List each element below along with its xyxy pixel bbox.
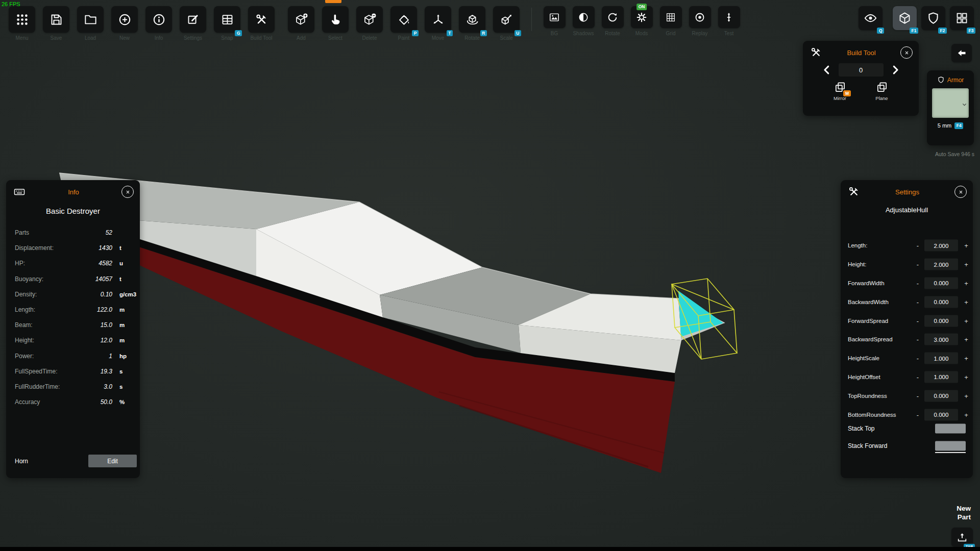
chevron-left-icon[interactable] xyxy=(821,64,832,76)
axes-icon[interactable]: T xyxy=(425,6,451,33)
gear-icon[interactable]: ON xyxy=(631,6,653,28)
decrement-button[interactable]: - xyxy=(914,373,921,381)
new-icon[interactable] xyxy=(111,6,138,33)
increment-button[interactable]: + xyxy=(963,261,970,268)
decrement-button[interactable]: - xyxy=(914,336,921,343)
toolbar-item-grid[interactable]: Grid xyxy=(659,6,682,36)
record-icon[interactable] xyxy=(689,6,711,28)
close-icon[interactable] xyxy=(121,186,134,198)
toolbar-item-settings[interactable]: Settings xyxy=(179,6,207,41)
decrement-button[interactable]: - xyxy=(914,411,921,418)
sphere-icon[interactable] xyxy=(573,6,595,28)
setting-value-field[interactable]: 1.000 xyxy=(924,353,958,364)
shield-icon[interactable]: F2 xyxy=(921,6,945,30)
toolbar-item-visibility[interactable]: Q xyxy=(859,6,883,30)
edit-icon[interactable] xyxy=(180,6,206,33)
info-icon[interactable] xyxy=(145,6,172,33)
menu-icon[interactable] xyxy=(9,6,35,33)
decrement-button[interactable]: - xyxy=(914,392,921,399)
toolbar-item-menu[interactable]: Menu xyxy=(8,6,36,41)
setting-value-field[interactable]: 3.000 xyxy=(924,334,958,345)
setting-value-field[interactable]: 2.000 xyxy=(924,240,958,252)
table-icon[interactable]: G xyxy=(214,6,240,33)
setting-value-field[interactable]: 0.000 xyxy=(924,296,958,308)
grid-icon[interactable] xyxy=(660,6,682,28)
setting-value-field[interactable]: 2.000 xyxy=(924,259,958,270)
edit-horn-button[interactable]: Edit xyxy=(88,455,137,467)
setting-value-field[interactable]: 0.000 xyxy=(924,315,958,327)
close-icon[interactable] xyxy=(954,186,967,198)
cube-scale-icon[interactable]: U xyxy=(493,6,520,33)
increment-button[interactable]: + xyxy=(963,355,970,362)
increment-button[interactable]: + xyxy=(963,298,970,306)
setting-value-field[interactable]: 0.000 xyxy=(924,390,958,402)
cube-icon[interactable]: F1 xyxy=(893,6,917,30)
setting-value-field[interactable]: 1.000 xyxy=(924,371,958,383)
keyboard-icon[interactable] xyxy=(13,186,26,198)
toolbar-item-add[interactable]: Add xyxy=(287,6,315,41)
toolbar-item-build-tool[interactable]: Build Tool xyxy=(248,6,275,41)
bucket-icon[interactable]: P xyxy=(390,6,417,33)
toolbar-item-scale[interactable]: UScale xyxy=(493,6,520,41)
tools-icon[interactable] xyxy=(248,6,275,33)
close-icon[interactable] xyxy=(900,46,913,59)
toolbar-item-armor-view[interactable]: F2 xyxy=(921,6,945,30)
toolbar-item-bg[interactable]: BG xyxy=(543,6,566,36)
toolbar-item-grid-view[interactable]: F3 xyxy=(950,6,974,30)
setting-value-field[interactable]: 0.000 xyxy=(924,277,958,289)
top-accent-tab[interactable] xyxy=(325,0,341,3)
increment-button[interactable]: + xyxy=(963,242,970,249)
cube-minus-icon[interactable] xyxy=(356,6,383,33)
toolbar-item-delete[interactable]: Delete xyxy=(356,6,383,41)
decrement-button[interactable]: - xyxy=(914,317,921,324)
load-icon[interactable] xyxy=(77,6,104,33)
chevron-right-icon[interactable] xyxy=(890,64,901,76)
increment-button[interactable]: + xyxy=(963,317,970,324)
collapse-toolbar-button[interactable] xyxy=(951,44,972,62)
plane-button[interactable]: Plane xyxy=(867,81,897,101)
image-icon[interactable] xyxy=(544,6,566,28)
stat-value: 52 xyxy=(106,229,112,236)
increment-button[interactable]: + xyxy=(963,392,970,399)
toolbar-item-load[interactable]: Load xyxy=(77,6,104,41)
decrement-button[interactable]: - xyxy=(914,261,921,268)
mirror-button[interactable]: MMirror xyxy=(825,81,855,101)
toolbar-item-blocks-view[interactable]: F1 xyxy=(893,6,917,30)
decrement-button[interactable]: - xyxy=(914,298,921,306)
selected-part-highlight[interactable] xyxy=(678,291,723,337)
decrement-button[interactable]: - xyxy=(914,279,921,287)
cube-rot-icon[interactable]: R xyxy=(459,6,485,33)
plumb-icon[interactable] xyxy=(718,6,740,28)
toolbar-item-mods[interactable]: ONMods xyxy=(630,6,653,36)
hand-icon[interactable] xyxy=(322,6,349,33)
mirror-count-field[interactable]: 0 xyxy=(839,63,884,77)
toolbar-item-shadows[interactable]: Shadows xyxy=(572,6,595,36)
toolbar-item-paint[interactable]: PPaint xyxy=(390,6,418,41)
toolbar-item-save[interactable]: Save xyxy=(42,6,70,41)
toolbar-item-rotate[interactable]: RRotate xyxy=(458,6,486,41)
increment-button[interactable]: + xyxy=(963,336,970,343)
setting-value-field[interactable]: 0.000 xyxy=(924,409,958,420)
cube-plus-icon[interactable] xyxy=(288,6,314,33)
eye-icon[interactable]: Q xyxy=(859,6,883,30)
toolbar-item-new[interactable]: New xyxy=(111,6,138,41)
toolbar-item-snap[interactable]: GSnap xyxy=(213,6,241,41)
decrement-button[interactable]: - xyxy=(914,242,921,249)
save-icon[interactable] xyxy=(43,6,69,33)
grid4-icon[interactable]: F3 xyxy=(950,6,974,30)
new-part-button[interactable]: TAB xyxy=(951,528,973,547)
increment-button[interactable]: + xyxy=(963,279,970,287)
toolbar-item-select[interactable]: Select xyxy=(322,6,349,41)
toolbar-item-move[interactable]: TMove xyxy=(424,6,452,41)
toolbar-item-replay[interactable]: Replay xyxy=(689,6,711,36)
toolbar-item-rotate[interactable]: Rotate xyxy=(601,6,624,36)
decrement-button[interactable]: - xyxy=(914,355,921,362)
stack-top-button[interactable] xyxy=(935,424,966,434)
toolbar-item-test[interactable]: Test xyxy=(718,6,740,36)
toolbar-item-info[interactable]: Info xyxy=(145,6,173,41)
orbit-icon[interactable] xyxy=(602,6,624,28)
stack-forward-button[interactable] xyxy=(935,441,966,451)
increment-button[interactable]: + xyxy=(963,373,970,381)
armor-material-swatch[interactable] xyxy=(932,88,969,118)
increment-button[interactable]: + xyxy=(963,411,970,418)
